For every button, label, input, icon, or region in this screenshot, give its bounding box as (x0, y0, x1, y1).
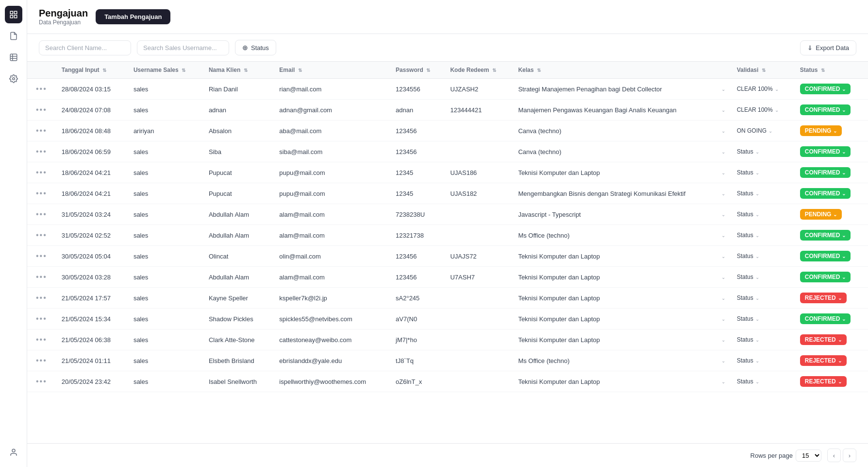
row-menu-button[interactable]: ••• (33, 355, 50, 366)
validasi-chevron-icon[interactable]: ⌄ (768, 128, 772, 134)
add-pengajuan-button[interactable]: Tambah Pengajuan (96, 9, 170, 24)
kelas-expand-icon[interactable]: ⌄ (721, 233, 725, 238)
validasi-chevron-icon[interactable]: ⌄ (775, 107, 779, 113)
status-badge[interactable]: CONFIRMED ⌄ (800, 272, 851, 282)
row-email: rian@mail.com (273, 79, 390, 100)
kelas-expand-icon[interactable]: ⌄ (721, 275, 725, 280)
kelas-expand-icon[interactable]: ⌄ (721, 295, 725, 301)
kelas-expand-icon[interactable]: ⌄ (721, 254, 725, 259)
next-page-button[interactable]: › (843, 449, 856, 462)
status-badge[interactable]: REJECTED ⌄ (800, 376, 847, 387)
col-email[interactable]: Email ⇅ (273, 62, 390, 79)
validasi-chevron-icon[interactable]: ⌄ (755, 379, 759, 384)
row-menu-button[interactable]: ••• (33, 84, 50, 94)
status-badge[interactable]: CONFIRMED ⌄ (800, 146, 851, 157)
rows-per-page-select[interactable]: 15 25 50 (796, 450, 821, 462)
table-row: ••• 21/05/2024 06:38 sales Clark Atte-St… (27, 329, 868, 350)
validasi-chevron-icon[interactable]: ⌄ (755, 275, 759, 280)
row-actions: ••• (27, 267, 56, 288)
status-badge[interactable]: CONFIRMED ⌄ (800, 251, 851, 261)
export-button[interactable]: ⇓ Export Data (800, 40, 856, 55)
status-badge[interactable]: REJECTED ⌄ (800, 355, 847, 366)
svg-point-9 (12, 449, 15, 452)
col-kelas[interactable]: Kelas ⇅ (512, 62, 731, 79)
status-badge[interactable]: CONFIRMED ⌄ (800, 104, 851, 115)
kelas-text: Teknisi Komputer dan Laptop (518, 294, 719, 302)
rows-per-page: Rows per page 15 25 50 (751, 450, 821, 462)
row-menu-button[interactable]: ••• (33, 272, 50, 282)
status-filter-button[interactable]: ⊕ Status (235, 40, 276, 55)
kelas-expand-icon[interactable]: ⌄ (721, 191, 725, 196)
status-badge[interactable]: CONFIRMED ⌄ (800, 167, 851, 178)
row-menu-button[interactable]: ••• (33, 230, 50, 241)
status-badge[interactable]: PENDING ⌄ (800, 209, 842, 220)
sort-icon-kelas: ⇅ (537, 68, 541, 73)
prev-page-button[interactable]: ‹ (827, 449, 841, 462)
row-menu-button[interactable]: ••• (33, 293, 50, 303)
row-status: CONFIRMED ⌄ (794, 267, 868, 288)
validasi-chevron-icon[interactable]: ⌄ (755, 337, 759, 343)
row-tanggal: 20/05/2024 23:42 (56, 371, 128, 392)
col-username[interactable]: Username Sales ⇅ (128, 62, 203, 79)
row-menu-button[interactable]: ••• (33, 209, 50, 220)
row-menu-button[interactable]: ••• (33, 188, 50, 199)
col-kode[interactable]: Kode Redeem ⇅ (444, 62, 512, 79)
row-kode: 123444421 (444, 100, 512, 121)
status-badge[interactable]: CONFIRMED ⌄ (800, 188, 851, 199)
kelas-expand-icon[interactable]: ⌄ (721, 316, 725, 322)
status-badge[interactable]: CONFIRMED ⌄ (800, 230, 851, 241)
row-menu-button[interactable]: ••• (33, 251, 50, 261)
row-menu-button[interactable]: ••• (33, 104, 50, 115)
status-badge[interactable]: REJECTED ⌄ (800, 293, 847, 303)
col-status[interactable]: Status ⇅ (794, 62, 868, 79)
kelas-expand-icon[interactable]: ⌄ (721, 212, 725, 217)
row-status: REJECTED ⌄ (794, 371, 868, 392)
col-tanggal[interactable]: Tanggal Input ⇅ (56, 62, 128, 79)
sidebar-icon-table[interactable] (5, 49, 22, 66)
search-sales-input[interactable] (137, 40, 229, 55)
sidebar-icon-document[interactable] (5, 27, 22, 45)
validasi-text: Status (737, 336, 753, 343)
validasi-chevron-icon[interactable]: ⌄ (755, 149, 759, 155)
col-nama[interactable]: Nama Klien ⇅ (203, 62, 273, 79)
validasi-chevron-icon[interactable]: ⌄ (755, 191, 759, 196)
status-badge[interactable]: CONFIRMED ⌄ (800, 84, 851, 94)
row-password: jM7|*ho (390, 329, 444, 350)
col-password[interactable]: Password ⇅ (390, 62, 444, 79)
row-tanggal: 30/05/2024 05:04 (56, 246, 128, 267)
row-kode (444, 309, 512, 329)
row-menu-button[interactable]: ••• (33, 376, 50, 387)
validasi-chevron-icon[interactable]: ⌄ (755, 170, 759, 175)
validasi-chevron-icon[interactable]: ⌄ (755, 212, 759, 217)
col-validasi[interactable]: Validasi ⇅ (731, 62, 794, 79)
search-client-input[interactable] (39, 40, 131, 55)
status-badge[interactable]: REJECTED ⌄ (800, 334, 847, 345)
status-badge[interactable]: PENDING ⌄ (800, 125, 842, 136)
row-menu-button[interactable]: ••• (33, 313, 50, 324)
sidebar-icon-user[interactable] (5, 444, 22, 461)
kelas-expand-icon[interactable]: ⌄ (721, 128, 725, 134)
row-validasi: Status ⌄ (731, 350, 794, 371)
row-email: pupu@mail.com (273, 183, 390, 204)
kelas-expand-icon[interactable]: ⌄ (721, 379, 725, 384)
validasi-chevron-icon[interactable]: ⌄ (755, 254, 759, 259)
row-menu-button[interactable]: ••• (33, 146, 50, 157)
kelas-expand-icon[interactable]: ⌄ (721, 170, 725, 175)
validasi-chevron-icon[interactable]: ⌄ (775, 86, 779, 92)
row-menu-button[interactable]: ••• (33, 334, 50, 345)
kelas-expand-icon[interactable]: ⌄ (721, 358, 725, 363)
row-menu-button[interactable]: ••• (33, 167, 50, 178)
kelas-expand-icon[interactable]: ⌄ (721, 86, 725, 92)
row-menu-button[interactable]: ••• (33, 125, 50, 136)
sidebar-icon-settings[interactable] (5, 70, 22, 87)
kelas-expand-icon[interactable]: ⌄ (721, 149, 725, 155)
validasi-chevron-icon[interactable]: ⌄ (755, 233, 759, 238)
kelas-expand-icon[interactable]: ⌄ (721, 337, 725, 343)
validasi-chevron-icon[interactable]: ⌄ (755, 358, 759, 363)
validasi-chevron-icon[interactable]: ⌄ (755, 316, 759, 322)
validasi-chevron-icon[interactable]: ⌄ (755, 295, 759, 301)
row-kelas: Teknisi Komputer dan Laptop ⌄ (512, 329, 731, 350)
status-badge[interactable]: CONFIRMED ⌄ (800, 313, 851, 324)
sidebar-icon-grid[interactable] (5, 6, 22, 23)
kelas-expand-icon[interactable]: ⌄ (721, 107, 725, 113)
